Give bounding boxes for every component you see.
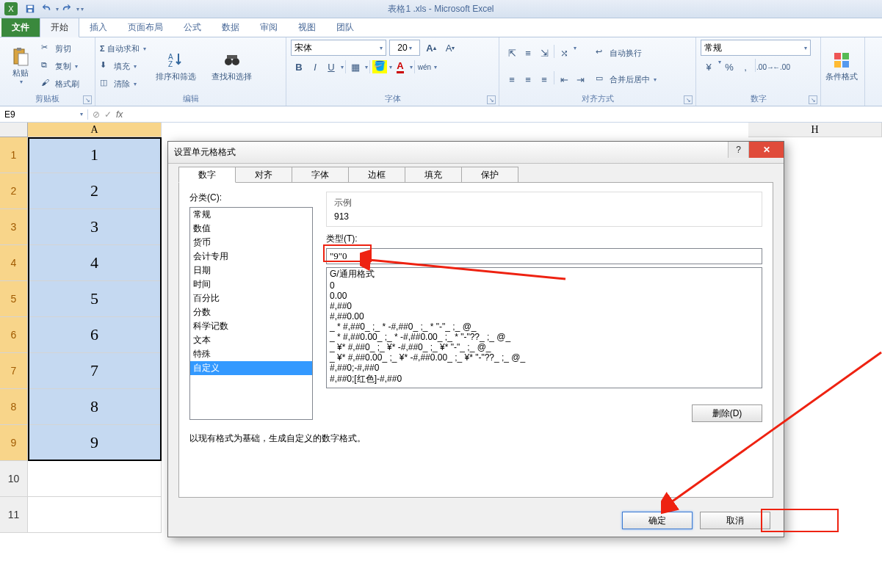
undo-dropdown-icon[interactable]: ▾ <box>56 6 59 12</box>
indent-decrease-icon[interactable]: ⇤ <box>556 71 572 87</box>
category-item[interactable]: 日期 <box>190 264 312 277</box>
tab-file[interactable]: 文件 <box>1 18 40 37</box>
align-top-icon[interactable]: ⇱ <box>504 45 520 61</box>
underline-button[interactable]: U <box>323 59 339 75</box>
border-button[interactable]: ▦ <box>347 59 364 75</box>
category-item[interactable]: 货币 <box>190 236 312 250</box>
dialog-tab-border[interactable]: 边框 <box>348 167 405 183</box>
cell[interactable]: 1 <box>28 137 162 173</box>
format-list[interactable]: G/通用格式00.00#,##0#,##0.00_ * #,##0_ ;_ * … <box>326 267 762 388</box>
font-size-combo[interactable]: 20▾ <box>389 40 420 56</box>
dialog-launcher-icon[interactable]: ↘ <box>487 95 496 104</box>
cell[interactable]: 2 <box>28 173 162 209</box>
tab-data[interactable]: 数据 <box>212 18 250 37</box>
row-header[interactable]: 10 <box>0 461 28 497</box>
format-item[interactable]: G/通用格式 <box>327 268 762 280</box>
dialog-tab-font[interactable]: 字体 <box>292 167 349 183</box>
format-item[interactable]: _ * #,##0.00_ ;_ * -#,##0.00_ ;_ * "-"??… <box>327 332 762 342</box>
font-name-combo[interactable]: 宋体▾ <box>291 40 386 56</box>
decrease-decimal-icon[interactable]: ←.00 <box>773 59 789 75</box>
qat-customize-icon[interactable]: ▾ <box>81 6 84 12</box>
dialog-tab-protect[interactable]: 保护 <box>461 167 518 183</box>
increase-decimal-icon[interactable]: .00→ <box>757 59 773 75</box>
format-item[interactable]: #,##0 <box>327 301 762 311</box>
category-list[interactable]: 常规数值货币会计专用日期时间百分比分数科学记数文本特殊自定义 <box>189 207 313 420</box>
row-header[interactable]: 2 <box>0 173 28 209</box>
align-right-icon[interactable]: ≡ <box>536 71 552 87</box>
phonetic-button[interactable]: wén <box>416 59 433 75</box>
col-header-A[interactable]: A <box>28 123 162 137</box>
select-all-corner[interactable] <box>0 123 28 137</box>
row-header[interactable]: 7 <box>0 353 28 389</box>
percent-icon[interactable]: % <box>721 59 737 75</box>
merge-center-button[interactable]: ▭合并后居中▾ <box>596 71 657 87</box>
cell[interactable]: 8 <box>28 389 162 425</box>
category-item[interactable]: 会计专用 <box>190 250 312 264</box>
format-item[interactable]: 0.00 <box>327 291 762 301</box>
tab-home[interactable]: 开始 <box>40 18 79 37</box>
format-item[interactable]: 0 <box>327 280 762 291</box>
format-item[interactable]: _ ¥* #,##0.00_ ;_ ¥* -#,##0.00_ ;_ ¥* "-… <box>327 352 762 363</box>
category-item[interactable]: 分数 <box>190 305 312 319</box>
wrap-text-button[interactable]: ↩自动换行 <box>596 45 657 61</box>
format-item[interactable]: _ ¥* #,##0_ ;_ ¥* -#,##0_ ;_ ¥* "-"_ ;_ … <box>327 342 762 352</box>
category-item[interactable]: 特殊 <box>190 347 312 361</box>
cell[interactable]: 6 <box>28 317 162 353</box>
fill-button[interactable]: ⬇填充▾ <box>100 58 146 74</box>
cell[interactable]: 4 <box>28 245 162 281</box>
category-item[interactable]: 百分比 <box>190 291 312 305</box>
dialog-launcher-icon[interactable]: ↘ <box>684 95 693 104</box>
dialog-tab-align[interactable]: 对齐 <box>235 167 292 183</box>
tab-team[interactable]: 团队 <box>326 18 364 37</box>
redo-icon[interactable] <box>60 2 73 15</box>
find-select-button[interactable]: 查找和选择 <box>206 40 258 92</box>
dialog-titlebar[interactable]: 设置单元格格式 ? ✕ <box>168 142 784 164</box>
increase-font-icon[interactable]: A▴ <box>423 40 439 56</box>
category-item[interactable]: 科学记数 <box>190 319 312 333</box>
undo-icon[interactable] <box>40 2 53 15</box>
save-icon[interactable] <box>24 2 37 15</box>
font-color-button[interactable]: A <box>392 59 408 75</box>
format-item[interactable]: #,##0;[红色]-#,##0 <box>327 373 762 385</box>
format-painter-button[interactable]: 🖌格式刷 <box>41 76 79 92</box>
category-item[interactable]: 数值 <box>190 222 312 236</box>
col-header-H[interactable]: H <box>748 123 882 137</box>
comma-icon[interactable]: , <box>737 59 753 75</box>
paste-button[interactable]: 粘贴▾ <box>4 40 37 92</box>
dialog-tab-fill[interactable]: 填充 <box>405 167 462 183</box>
italic-button[interactable]: I <box>307 59 323 75</box>
row-header[interactable]: 9 <box>0 425 28 461</box>
tab-layout[interactable]: 页面布局 <box>118 18 173 37</box>
fill-color-button[interactable]: 🪣 <box>372 59 388 75</box>
cell[interactable]: 5 <box>28 281 162 317</box>
row-header[interactable]: 11 <box>0 497 28 533</box>
dialog-launcher-icon[interactable]: ↘ <box>809 95 817 104</box>
clear-button[interactable]: ◫清除▾ <box>100 76 146 92</box>
decrease-font-icon[interactable]: A▾ <box>442 40 458 56</box>
format-item[interactable]: #,##0.00 <box>327 311 762 322</box>
cut-button[interactable]: ✂剪切 <box>41 40 79 57</box>
row-header[interactable]: 1 <box>0 137 28 173</box>
conditional-format-button[interactable]: 条件格式 <box>825 40 858 92</box>
indent-increase-icon[interactable]: ⇥ <box>572 71 588 87</box>
ok-button[interactable]: 确定 <box>622 512 693 529</box>
row-header[interactable]: 5 <box>0 281 28 317</box>
align-middle-icon[interactable]: ≡ <box>520 45 536 61</box>
formula-input[interactable]: ⊘✓fx <box>88 109 127 120</box>
orientation-icon[interactable]: ⤭ <box>556 45 572 61</box>
row-header[interactable]: 3 <box>0 209 28 245</box>
format-item[interactable]: #,##0;-#,##0 <box>327 363 762 373</box>
close-button[interactable]: ✕ <box>748 142 784 158</box>
align-left-icon[interactable]: ≡ <box>504 71 520 87</box>
tab-review[interactable]: 审阅 <box>250 18 288 37</box>
cell[interactable]: 3 <box>28 209 162 245</box>
name-box[interactable]: E9▾ <box>0 109 88 120</box>
bold-button[interactable]: B <box>291 59 307 75</box>
currency-icon[interactable]: ¥ <box>701 59 717 75</box>
cancel-button[interactable]: 取消 <box>700 512 770 529</box>
tab-formula[interactable]: 公式 <box>173 18 212 37</box>
row-header[interactable]: 6 <box>0 317 28 353</box>
number-format-combo[interactable]: 常规▾ <box>701 40 811 56</box>
category-item[interactable]: 自定义 <box>190 361 312 375</box>
cell[interactable]: 7 <box>28 353 162 389</box>
